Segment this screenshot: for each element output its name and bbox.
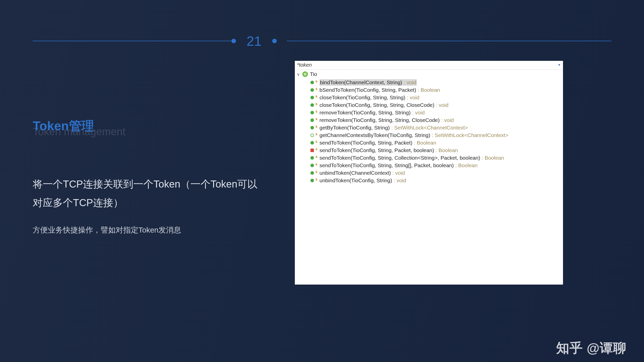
- static-badge: s: [315, 101, 318, 107]
- class-icon: Θ: [302, 71, 308, 77]
- method-row[interactable]: sbSendToToken(TioConfig, String, Packet)…: [310, 86, 563, 94]
- divider-line-right: [287, 41, 611, 41]
- sub-description: 方便业务快捷操作，譬如对指定Token发消息: [33, 224, 267, 236]
- visibility-icon: [310, 179, 314, 182]
- method-signature: sendToToken(TioConfig, String, Packet, b…: [319, 147, 458, 154]
- divider-line-left: [33, 41, 231, 41]
- left-content: Token management Token管理 将一个TCP连接关联到一个To…: [33, 118, 267, 236]
- method-row[interactable]: sbindToken(ChannelContext, String) : voi…: [310, 79, 563, 86]
- method-row[interactable]: scloseToken(TioConfig, String, String, C…: [310, 101, 563, 109]
- static-badge: s: [315, 161, 318, 167]
- static-badge: s: [315, 85, 318, 92]
- static-badge: s: [315, 138, 318, 145]
- method-signature: closeToken(TioConfig, String, String, Cl…: [319, 102, 449, 108]
- method-signature: bSendToToken(TioConfig, String, Packet) …: [319, 87, 440, 93]
- chevron-down-icon[interactable]: ▼: [557, 63, 561, 67]
- static-badge: s: [315, 146, 318, 152]
- static-badge: s: [315, 78, 318, 84]
- divider-dot-right: [272, 39, 277, 43]
- class-node[interactable]: ∨ Θ Tio: [296, 71, 563, 79]
- method-row[interactable]: sremoveToken(TioConfig, String, String, …: [310, 116, 563, 124]
- method-signature: closeToken(TioConfig, String, String) : …: [319, 94, 419, 101]
- visibility-icon: [310, 81, 314, 84]
- search-input[interactable]: *token: [297, 62, 557, 68]
- visibility-icon: [310, 149, 314, 152]
- divider-dot-left: [231, 39, 236, 43]
- visibility-icon: [310, 103, 314, 107]
- method-row[interactable]: scloseToken(TioConfig, String, String) :…: [310, 94, 563, 101]
- method-signature: unbindToken(ChannelContext) : void: [319, 170, 405, 176]
- visibility-icon: [310, 171, 314, 175]
- method-signature: getByToken(TioConfig, String) : SetWithL…: [319, 124, 468, 131]
- visibility-icon: [310, 126, 314, 129]
- method-signature: sendToToken(TioConfig, String, Collectio…: [319, 155, 504, 161]
- static-badge: s: [315, 176, 318, 183]
- expand-toggle-icon[interactable]: ∨: [296, 72, 300, 77]
- visibility-icon: [310, 111, 314, 114]
- page-number: 21: [236, 34, 272, 48]
- static-badge: s: [315, 131, 318, 137]
- static-badge: s: [315, 168, 318, 175]
- method-signature: unbindToken(TioConfig, String) : void: [319, 177, 406, 184]
- method-row[interactable]: sunbindToken(ChannelContext) : void: [310, 169, 563, 177]
- static-badge: s: [315, 123, 318, 130]
- method-signature: bindToken(ChannelContext, String) : void: [319, 79, 417, 86]
- watermark: 知乎 @谭聊: [556, 339, 626, 357]
- method-row[interactable]: ssendToToken(TioConfig, String, Packet, …: [310, 147, 563, 154]
- method-signature: removeToken(TioConfig, String, String) :…: [319, 109, 425, 116]
- method-row[interactable]: ssendToToken(TioConfig, String, String[]…: [310, 162, 563, 169]
- ide-outline-panel: *token ▼ ∨ Θ Tio sbindToken(ChannelConte…: [295, 61, 563, 285]
- static-badge: s: [315, 153, 318, 160]
- title-main: Token管理: [33, 118, 267, 134]
- method-row[interactable]: ssendToToken(TioConfig, String, Packet) …: [310, 139, 563, 147]
- static-badge: s: [315, 116, 318, 122]
- method-row[interactable]: sgetByToken(TioConfig, String) : SetWith…: [310, 124, 563, 131]
- method-row[interactable]: ssendToToken(TioConfig, String, Collecti…: [310, 154, 563, 162]
- method-row[interactable]: sremoveToken(TioConfig, String, String) …: [310, 109, 563, 116]
- method-signature: sendToToken(TioConfig, String, String[],…: [319, 162, 477, 169]
- visibility-icon: [310, 164, 314, 167]
- static-badge: s: [315, 93, 318, 100]
- method-row[interactable]: sgetChannelContextsByToken(TioConfig, St…: [310, 131, 563, 139]
- description: 将一个TCP连接关联到一个Token（一个Token可以对应多个TCP连接）: [33, 175, 267, 212]
- visibility-icon: [310, 118, 314, 122]
- visibility-icon: [310, 156, 314, 160]
- class-name: Tio: [310, 71, 317, 77]
- visibility-icon: [310, 96, 314, 99]
- visibility-icon: [310, 88, 314, 92]
- method-signature: getChannelContextsByToken(TioConfig, Str…: [319, 132, 508, 139]
- method-signature: removeToken(TioConfig, String, String, C…: [319, 117, 454, 123]
- method-row[interactable]: sunbindToken(TioConfig, String) : void: [310, 177, 563, 184]
- visibility-icon: [310, 133, 314, 137]
- top-divider: 21: [0, 34, 644, 48]
- visibility-icon: [310, 141, 314, 145]
- method-list: sbindToken(ChannelContext, String) : voi…: [296, 79, 563, 184]
- method-signature: sendToToken(TioConfig, String, Packet) :…: [319, 140, 436, 146]
- static-badge: s: [315, 108, 318, 115]
- search-row[interactable]: *token ▼: [295, 61, 563, 70]
